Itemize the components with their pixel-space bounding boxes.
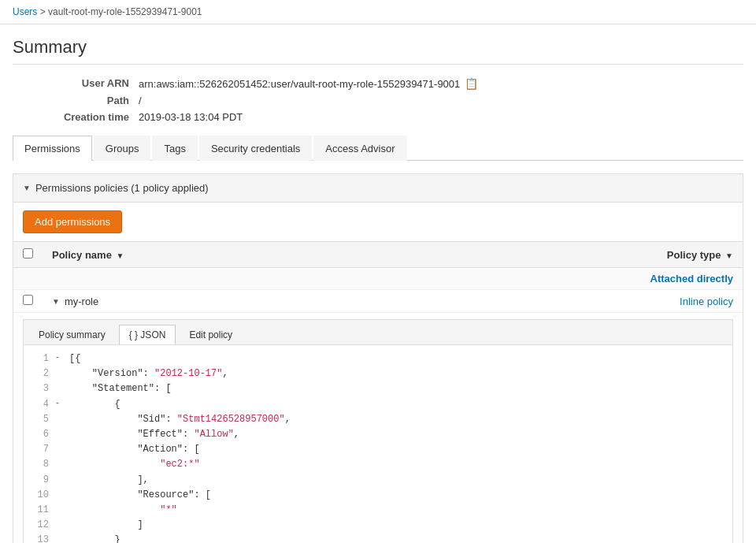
line-collapse-icon[interactable]: - (55, 397, 63, 412)
arn-value: arn:aws:iam::526262051452:user/vault-roo… (139, 77, 478, 90)
tab-edit-policy[interactable]: Edit policy (179, 325, 243, 344)
line-content: "Statement": [ (69, 381, 172, 396)
tab-access-advisor[interactable]: Access Advisor (313, 136, 406, 161)
json-line-6: 6 "Effect": "Allow", (33, 427, 723, 442)
json-line-2: 2 "Version": "2012-10-17", (33, 366, 723, 381)
policy-detail-tabs: Policy summary { } JSON Edit policy (24, 320, 732, 345)
line-number: 2 (33, 366, 49, 381)
json-line-8: 8 "ec2:*" (33, 457, 723, 472)
arn-label: User ARN (13, 77, 139, 90)
permissions-section-title: Permissions policies (1 policy applied) (35, 182, 209, 194)
attached-directly-group-row: Attached directly (13, 268, 743, 290)
json-line-12: 12 ] (33, 518, 723, 533)
tab-json[interactable]: { } JSON (119, 325, 176, 344)
line-content: [{ (69, 351, 80, 366)
json-line-9: 9 ], (33, 473, 723, 488)
line-content: "Action": [ (69, 442, 200, 457)
policy-checkbox[interactable] (23, 295, 33, 305)
breadcrumb-current: vault-root-my-role-1552939471-9001 (48, 6, 202, 17)
line-content: "Resource": [ (69, 488, 211, 503)
policy-name-header[interactable]: Policy name ▼ (43, 242, 404, 268)
line-content: "ec2:*" (69, 457, 200, 472)
permissions-content: ▼ Permissions policies (1 policy applied… (13, 173, 743, 543)
json-line-11: 11 "*" (33, 503, 723, 518)
line-collapse-icon (55, 473, 63, 488)
policy-row-my-role: ▼ my-role Inline policy (13, 290, 743, 313)
title-divider (13, 64, 743, 65)
policy-table-header-row: Policy name ▼ Policy type ▼ (13, 242, 743, 268)
line-number: 8 (33, 457, 49, 472)
line-content: ], (69, 473, 149, 488)
path-value: / (139, 95, 142, 106)
line-collapse-icon (55, 381, 63, 396)
json-line-10: 10 "Resource": [ (33, 488, 723, 503)
line-collapse-icon (55, 366, 63, 381)
policy-expand-arrow-icon[interactable]: ▼ (52, 297, 60, 306)
line-content: "Effect": "Allow", (69, 427, 239, 442)
line-number: 6 (33, 427, 49, 442)
line-collapse-icon (55, 442, 63, 457)
creation-time-label: Creation time (13, 111, 139, 123)
policy-type-value: Inline policy (404, 290, 743, 313)
creation-time-row: Creation time 2019-03-18 13:04 PDT (13, 111, 743, 123)
arn-text: arn:aws:iam::526262051452:user/vault-roo… (139, 78, 460, 90)
policy-name-value: my-role (65, 296, 98, 307)
line-collapse-icon (55, 518, 63, 533)
line-number: 9 (33, 473, 49, 488)
tab-permissions[interactable]: Permissions (13, 136, 92, 161)
tab-security-credentials[interactable]: Security credentials (199, 136, 312, 161)
line-collapse-icon (55, 457, 63, 472)
line-collapse-icon (55, 488, 63, 503)
breadcrumb: Users > vault-root-my-role-1552939471-90… (0, 0, 756, 24)
line-number: 12 (33, 518, 49, 533)
json-line-13: 13 } (33, 533, 723, 543)
policy-type-sort-icon: ▼ (725, 251, 733, 260)
policy-table: Policy name ▼ Policy type ▼ Attached dir… (13, 241, 743, 313)
policy-type-header[interactable]: Policy type ▼ (404, 242, 743, 268)
breadcrumb-separator: > (40, 6, 48, 17)
line-number: 1 (33, 351, 49, 366)
main-tabs: Permissions Groups Tags Security credent… (13, 136, 743, 161)
arn-row: User ARN arn:aws:iam::526262051452:user/… (13, 77, 743, 90)
breadcrumb-users-link[interactable]: Users (13, 6, 37, 17)
line-collapse-icon (55, 533, 63, 543)
summary-table: User ARN arn:aws:iam::526262051452:user/… (13, 77, 743, 123)
json-line-3: 3 "Statement": [ (33, 381, 723, 396)
policy-table-checkbox-header (13, 242, 43, 268)
collapse-arrow-icon[interactable]: ▼ (23, 184, 31, 192)
line-number: 7 (33, 442, 49, 457)
line-number: 4 (33, 397, 49, 412)
line-number: 3 (33, 381, 49, 396)
path-label: Path (13, 95, 139, 106)
tab-groups[interactable]: Groups (94, 136, 151, 161)
line-collapse-icon[interactable]: - (55, 351, 63, 366)
policy-name-cell: ▼ my-role (43, 290, 404, 313)
line-collapse-icon (55, 503, 63, 518)
page-title: Summary (0, 24, 756, 64)
select-all-checkbox[interactable] (23, 248, 33, 258)
policy-name-sort-icon: ▼ (117, 251, 124, 260)
policy-detail: Policy summary { } JSON Edit policy 1-[{… (23, 319, 733, 543)
line-content: "*" (69, 503, 177, 518)
json-line-5: 5 "Sid": "Stmt1426528957000", (33, 412, 723, 427)
json-viewer: 1-[{2 "Version": "2012-10-17",3 "Stateme… (24, 345, 732, 543)
line-content: "Sid": "Stmt1426528957000", (69, 412, 291, 427)
add-permissions-button[interactable]: Add permissions (23, 210, 122, 233)
creation-time-value: 2019-03-18 13:04 PDT (139, 111, 243, 123)
policy-checkbox-cell (13, 290, 43, 313)
line-collapse-icon (55, 427, 63, 442)
json-line-1: 1-[{ (33, 351, 723, 366)
line-number: 13 (33, 533, 49, 543)
line-number: 5 (33, 412, 49, 427)
path-row: Path / (13, 95, 743, 106)
line-content: } (69, 533, 120, 543)
copy-arn-icon[interactable]: 📋 (465, 77, 478, 90)
json-line-7: 7 "Action": [ (33, 442, 723, 457)
line-content: { (69, 397, 120, 412)
tab-tags[interactable]: Tags (152, 136, 197, 161)
line-number: 10 (33, 488, 49, 503)
attached-directly-label: Attached directly (43, 268, 743, 290)
line-content: ] (69, 518, 143, 533)
line-collapse-icon (55, 412, 63, 427)
tab-policy-summary[interactable]: Policy summary (28, 325, 116, 344)
